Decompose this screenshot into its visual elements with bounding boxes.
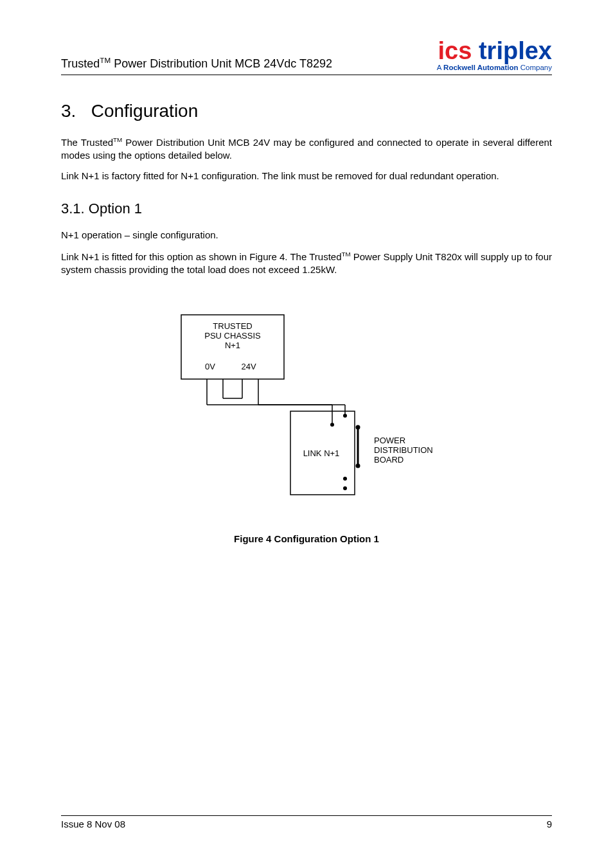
doc-title-suffix: Power Distribution Unit MCB 24Vdc T8292: [111, 57, 332, 70]
board-line2: DISTRIBUTION: [374, 445, 433, 455]
psu-line1: TRUSTED: [213, 321, 252, 331]
svg-point-15: [356, 464, 360, 468]
figure-4-diagram: TRUSTED PSU CHASSIS N+1 0V 24V LINK N+1 …: [168, 308, 445, 508]
para4-tm: TM: [342, 251, 351, 258]
subsection-title: Option 1: [89, 200, 142, 217]
svg-point-11: [330, 423, 334, 427]
section-title: Configuration: [91, 101, 199, 121]
figure-4: TRUSTED PSU CHASSIS N+1 0V 24V LINK N+1 …: [61, 308, 552, 544]
svg-point-14: [356, 425, 360, 430]
subsection-heading: 3.1. Option 1: [61, 200, 552, 217]
logo: ics triplex A Rockwell Automation Compan…: [437, 39, 552, 72]
paragraph-2: Link N+1 is factory fitted for N+1 confi…: [61, 170, 552, 182]
doc-title-tm: TM: [100, 56, 111, 64]
psu-line2: PSU CHASSIS: [204, 331, 261, 341]
para1-tm: TM: [113, 136, 122, 143]
figure-caption: Figure 4 Configuration Option 1: [234, 533, 379, 544]
psu-line3: N+1: [225, 341, 240, 350]
paragraph-3: N+1 operation – single configuration.: [61, 229, 552, 242]
page-footer: Issue 8 Nov 08 9: [61, 815, 552, 829]
para1-prefix: The Trusted: [61, 137, 113, 148]
link-label: LINK N+1: [303, 448, 340, 458]
svg-point-8: [343, 414, 347, 418]
label-0v: 0V: [205, 362, 215, 371]
board-line3: BOARD: [374, 455, 404, 465]
board-line1: POWER: [374, 436, 405, 445]
page-number: 9: [547, 819, 552, 829]
page-header: TrustedTM Power Distribution Unit MCB 24…: [61, 39, 552, 75]
logo-ics: ics: [438, 37, 472, 64]
logo-sub-suffix: Company: [519, 64, 552, 71]
paragraph-4: Link N+1 is fitted for this option as sh…: [61, 250, 552, 277]
logo-top: ics triplex: [437, 39, 552, 63]
para4-prefix: Link N+1 is fitted for this option as sh…: [61, 251, 342, 262]
footer-issue: Issue 8 Nov 08: [61, 819, 125, 829]
paragraph-1: The TrustedTM Power Distribution Unit MC…: [61, 136, 552, 163]
doc-title-prefix: Trusted: [61, 57, 100, 70]
svg-point-16: [343, 477, 347, 481]
logo-sub-bold: Rockwell Automation: [443, 64, 519, 71]
logo-triplex: triplex: [472, 37, 552, 64]
section-number: 3.: [61, 101, 76, 121]
logo-sub-prefix: A: [437, 64, 443, 71]
svg-point-17: [343, 486, 347, 490]
logo-subtitle: A Rockwell Automation Company: [437, 64, 552, 72]
subsection-number: 3.1.: [61, 200, 85, 217]
doc-title: TrustedTM Power Distribution Unit MCB 24…: [61, 56, 332, 72]
section-heading: 3. Configuration: [61, 101, 552, 121]
label-24v: 24V: [241, 362, 256, 371]
para1-suffix: Power Distribution Unit MCB 24V may be c…: [61, 137, 552, 161]
